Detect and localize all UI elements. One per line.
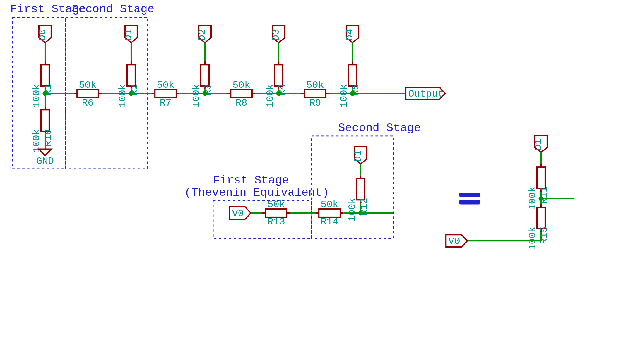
svg-rect-112 (537, 167, 545, 188)
svg-text:50k: 50k (79, 80, 96, 91)
svg-text:R11: R11 (539, 186, 550, 204)
svg-text:100k: 100k (31, 84, 42, 108)
equals-icon (459, 193, 480, 205)
svg-text:D1: D1 (123, 29, 134, 41)
net-label-output: Output (406, 87, 445, 99)
svg-rect-3 (41, 65, 49, 86)
svg-text:GND: GND (36, 156, 54, 167)
net-label-d1-b: D1 (352, 147, 367, 164)
svg-text:D4: D4 (344, 29, 355, 41)
svg-rect-11 (41, 110, 49, 131)
net-label-d2: D2 (197, 25, 211, 43)
svg-rect-121 (537, 207, 545, 229)
schematic-canvas: First Stage Second Stage D0 100k R1 100k… (0, 0, 623, 364)
resistor-r9: 50k R9 (301, 80, 329, 109)
label-second-stage-b: Second Stage (338, 121, 421, 135)
svg-text:D0: D0 (37, 29, 48, 41)
svg-text:100k: 100k (527, 186, 538, 210)
resistor-r8: 50k R8 (227, 80, 255, 109)
svg-text:100k: 100k (527, 226, 538, 250)
svg-text:R14: R14 (321, 216, 338, 227)
net-label-d4: D4 (344, 25, 359, 43)
resistor-r11: 100k R11 (527, 164, 550, 210)
resistor-r4: 100k R4 (265, 61, 287, 108)
svg-text:R7: R7 (160, 97, 171, 109)
svg-text:R13: R13 (267, 216, 285, 227)
net-label-d1-eq: D1 (533, 135, 547, 152)
svg-text:100k: 100k (338, 84, 350, 108)
svg-text:50k: 50k (157, 80, 174, 91)
svg-text:100k: 100k (191, 84, 202, 108)
box-thevenin (213, 201, 312, 238)
svg-rect-20 (127, 65, 135, 86)
net-label-v0-eq: V0 (446, 235, 467, 247)
resistor-r3: 100k R3 (191, 61, 213, 108)
svg-text:50k: 50k (306, 80, 324, 91)
svg-text:50k: 50k (321, 199, 338, 210)
svg-text:R15: R15 (539, 226, 550, 244)
resistor-r7: 50k R7 (152, 80, 179, 109)
resistor-r15: 100k R15 (527, 204, 550, 250)
svg-text:D1: D1 (533, 139, 544, 150)
net-label-d3: D3 (271, 25, 285, 43)
net-label-d0: D0 (37, 25, 51, 43)
svg-rect-107 (459, 193, 480, 197)
resistor-r12: 100k R12 (347, 175, 369, 222)
resistor-r5: 100k R5 (338, 61, 361, 108)
svg-text:R9: R9 (309, 97, 321, 109)
svg-text:Output: Output (408, 88, 444, 99)
svg-text:R6: R6 (82, 97, 93, 109)
net-label-d1: D1 (123, 25, 137, 43)
svg-rect-86 (357, 178, 365, 200)
label-thevenin-line2: (Thevenin Equivalent) (184, 186, 329, 199)
svg-text:D1: D1 (352, 150, 364, 162)
svg-rect-38 (275, 65, 283, 86)
svg-text:D2: D2 (197, 29, 208, 41)
label-second-stage: Second Stage (72, 3, 154, 16)
svg-text:D3: D3 (271, 29, 282, 41)
svg-rect-108 (459, 200, 480, 204)
svg-text:100k: 100k (347, 198, 358, 222)
label-thevenin-line1: First Stage (213, 174, 289, 187)
net-label-v0: V0 (230, 207, 251, 219)
svg-rect-29 (201, 65, 209, 86)
svg-text:R8: R8 (235, 97, 247, 109)
svg-text:50k: 50k (232, 80, 250, 91)
svg-text:V0: V0 (449, 236, 460, 247)
svg-text:100k: 100k (265, 84, 276, 108)
resistor-r6: 50k R6 (74, 80, 102, 109)
resistor-r13: 50k R13 (262, 199, 290, 227)
resistor-r1: 100k R1 (31, 61, 54, 108)
svg-text:V0: V0 (232, 208, 244, 219)
svg-rect-47 (348, 65, 357, 86)
svg-text:100k: 100k (117, 84, 128, 108)
svg-text:R10: R10 (43, 129, 54, 147)
svg-text:50k: 50k (267, 199, 285, 210)
resistor-r14: 50k R14 (316, 199, 343, 227)
resistor-r2: 100k R2 (117, 61, 140, 108)
resistor-r10: 100k R10 (31, 107, 54, 153)
